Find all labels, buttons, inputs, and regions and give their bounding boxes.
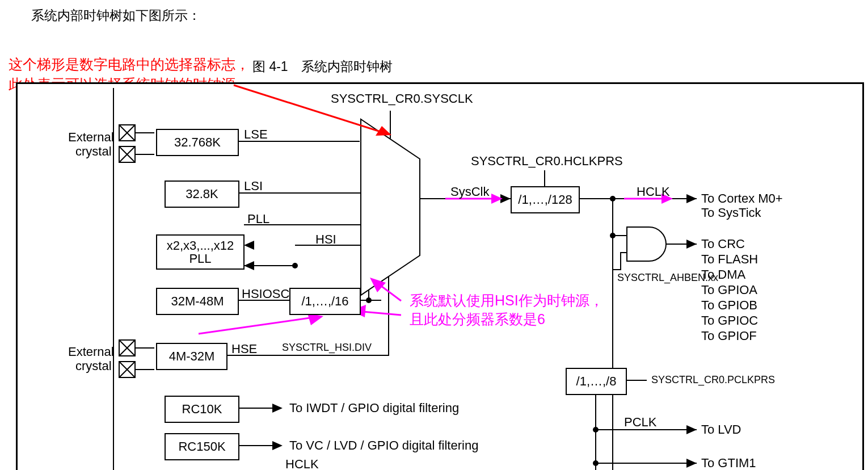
out-flash: To FLASH bbox=[701, 253, 758, 266]
label-sysclk: SysClk bbox=[450, 185, 489, 199]
out-vc: To VC / LVD / GPIO digital filtering bbox=[289, 439, 478, 452]
annotation-mag-2: 且此处分频器系数是6 bbox=[410, 312, 545, 328]
block-pll-line2: PLL bbox=[189, 252, 211, 265]
out-gtim1: To GTIM1 bbox=[701, 456, 756, 470]
diagram-svg bbox=[0, 0, 868, 470]
label-hsi: HSI bbox=[315, 233, 336, 246]
svg-marker-9 bbox=[361, 119, 420, 295]
svg-point-19 bbox=[593, 460, 599, 466]
svg-point-8 bbox=[292, 263, 298, 268]
label-lse: LSE bbox=[244, 128, 268, 141]
block-hclk-div: /1,…,/128 bbox=[511, 186, 580, 213]
block-lsi-osc: 32.8K bbox=[165, 181, 239, 208]
block-hsi-osc: 32M-48M bbox=[156, 288, 239, 315]
out-systick: To SysTick bbox=[701, 206, 761, 220]
svg-marker-18 bbox=[686, 459, 697, 468]
out-cortex: To Cortex M0+ bbox=[701, 192, 783, 205]
label-hclk: HCLK bbox=[637, 185, 670, 199]
label-external-bot-1: External bbox=[68, 345, 114, 359]
svg-marker-11 bbox=[686, 194, 697, 203]
label-sysctrl-cr0-pclkprs: SYSCTRL_CR0.PCLKPRS bbox=[651, 375, 775, 386]
block-hsi-div: /1,…,/16 bbox=[289, 288, 361, 315]
out-crc: To CRC bbox=[701, 237, 745, 251]
block-pll-line1: x2,x3,...,x12 bbox=[167, 239, 234, 252]
out-gpiof: To GPIOF bbox=[701, 329, 757, 343]
out-hclk-label: HCLK bbox=[285, 458, 319, 470]
out-gpioa: To GPIOA bbox=[701, 283, 757, 297]
svg-marker-16 bbox=[686, 425, 697, 434]
label-hsiosc: HSIOSC bbox=[242, 287, 289, 301]
block-lse-osc: 32.768K bbox=[156, 129, 239, 156]
svg-point-4 bbox=[366, 297, 372, 303]
label-external-bot-2: crystal bbox=[75, 359, 112, 373]
page-root: 系统内部时钟树如下图所示： 这个梯形是数字电路中的选择器标志， 此处表示可以选择… bbox=[0, 0, 868, 470]
block-rc10k: RC10K bbox=[165, 396, 239, 423]
label-external-top-2: crystal bbox=[75, 145, 112, 158]
svg-marker-20 bbox=[272, 404, 283, 413]
svg-point-17 bbox=[593, 427, 599, 433]
label-hse: HSE bbox=[231, 342, 257, 356]
out-lvd: To LVD bbox=[701, 423, 741, 437]
block-pll: x2,x3,...,x12 PLL bbox=[156, 234, 245, 270]
out-gpioc: To GPIOC bbox=[701, 314, 758, 328]
label-external-top-1: External bbox=[68, 131, 114, 144]
svg-marker-6 bbox=[244, 261, 254, 270]
out-gpiob: To GPIOB bbox=[701, 299, 757, 312]
label-sysctrl-cr0-hclkprs: SYSCTRL_CR0.HCLKPRS bbox=[471, 154, 623, 168]
block-pclk-div: /1,…,/8 bbox=[566, 368, 627, 395]
out-iwdt: To IWDT / GPIO digital filtering bbox=[289, 401, 459, 415]
svg-marker-7 bbox=[244, 241, 254, 250]
svg-marker-25 bbox=[307, 313, 323, 325]
annotation-mag-1: 系统默认使用HSI作为时钟源， bbox=[410, 293, 604, 309]
out-dma: To DMA bbox=[701, 268, 745, 282]
label-lsi: LSI bbox=[244, 179, 263, 193]
svg-marker-14 bbox=[686, 240, 697, 249]
label-pll: PLL bbox=[247, 212, 269, 226]
label-sysctrl-hsi-div: SYSCTRL_HSI.DIV bbox=[282, 342, 372, 354]
block-hse-osc: 4M-32M bbox=[156, 343, 227, 370]
label-pclk: PCLK bbox=[624, 416, 656, 429]
block-rc150k: RC150K bbox=[165, 433, 239, 460]
svg-point-12 bbox=[610, 196, 616, 202]
label-sysctrl-cr0-sysclk: SYSCTRL_CR0.SYSCLK bbox=[331, 92, 473, 106]
svg-marker-21 bbox=[272, 441, 283, 450]
